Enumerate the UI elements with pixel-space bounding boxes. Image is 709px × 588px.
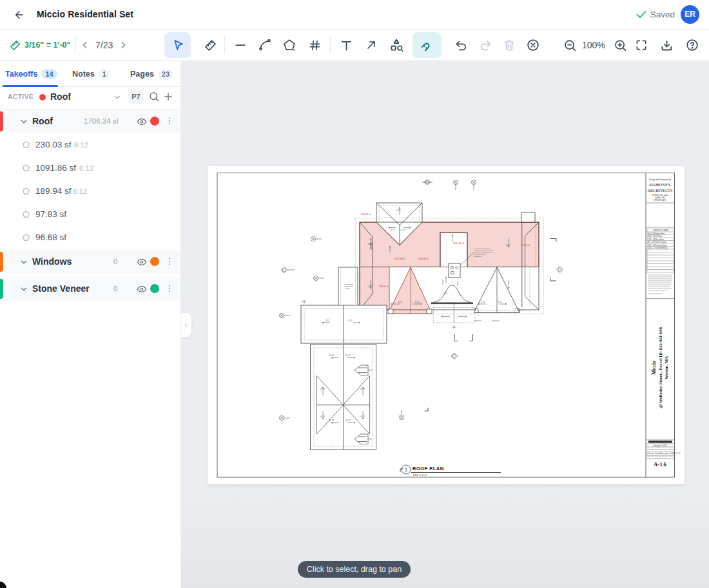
svg-text:1091.86 sf: 1091.86 sf	[418, 258, 429, 260]
svg-text:10:12: 10:12	[360, 388, 365, 390]
svg-text:6:12: 6:12	[396, 209, 400, 212]
svg-text:6:12: 6:12	[415, 301, 419, 303]
svg-text:4:12: 4:12	[348, 319, 352, 322]
svg-text:97.83 sf: 97.83 sf	[521, 244, 530, 247]
svg-text:1091.86 sf: 1091.86 sf	[453, 242, 464, 245]
svg-text:6:12: 6:12	[368, 243, 372, 245]
svg-text:January 5, 2022: January 5, 2022	[653, 444, 667, 447]
svg-text:6:12: 6:12	[481, 301, 485, 303]
svg-text:ROOF PLAN: ROOF PLAN	[413, 466, 444, 471]
svg-text:1091.86 sf: 1091.86 sf	[394, 258, 405, 260]
svg-text:6/18 - 21/21 Plans: 6/18 - 21/21 Plans	[648, 235, 663, 238]
svg-text:10:12: 10:12	[360, 415, 365, 418]
svg-text:6:12: 6:12	[498, 301, 501, 303]
svg-text:Miccio: Miccio	[651, 361, 657, 375]
svg-text:6:12: 6:12	[506, 244, 510, 247]
svg-text:10:12: 10:12	[345, 419, 351, 422]
svg-text:8:12: 8:12	[443, 292, 447, 295]
svg-text:10:12: 10:12	[320, 415, 325, 418]
svg-text:8/5 - 21 Permit set final: 8/5 - 21 Permit set final	[648, 241, 666, 243]
svg-text:PRINTS TO DATE: PRINTS TO DATE	[654, 229, 668, 232]
svg-text:10:12: 10:12	[320, 388, 325, 390]
svg-text:MAHONEY: MAHONEY	[649, 182, 671, 187]
svg-text:Design and Documents by: Design and Documents by	[649, 178, 671, 181]
svg-text:A-1.6: A-1.6	[654, 461, 666, 468]
svg-text:6:12: 6:12	[368, 285, 372, 288]
svg-text:7/13 - 21 Rev. plans: 7/13 - 21 Rev. plans	[648, 238, 664, 241]
svg-text:10:12: 10:12	[329, 354, 334, 357]
svg-text:3/16" = 1'-0": 3/16" = 1'-0"	[413, 473, 427, 477]
svg-text:9/21 - 21 Framing Plans: 9/21 - 21 Framing Plans	[648, 244, 667, 247]
svg-text:@ Wellesley Street., Parcel ID: @ Wellesley Street., Parcel ID: 032-021-…	[658, 327, 663, 408]
svg-text:6/01/21 Prelim. Plans: 6/01/21 Prelim. Plans	[648, 232, 665, 235]
svg-text:10:12: 10:12	[345, 354, 351, 357]
svg-text:6:12: 6:12	[398, 301, 402, 303]
svg-text:ARCHITECTS: ARCHITECTS	[647, 189, 672, 193]
svg-text:4:12: 4:12	[325, 319, 329, 322]
svg-text:1: 1	[405, 468, 407, 472]
svg-text:Weston, MA: Weston, MA	[664, 356, 668, 379]
svg-text:230.03 sf: 230.03 sf	[361, 213, 371, 216]
svg-text:978-287-4871: 978-287-4871	[654, 199, 666, 202]
svg-text:4:12: 4:12	[391, 229, 394, 231]
svg-text:Scale: Roof/Attic plan 3/16"=1: Scale: Roof/Attic plan 3/16"=1'-0"	[648, 452, 681, 455]
svg-text:4:12: 4:12	[401, 229, 405, 231]
svg-text:10/11 - 21 Lighting Plans: 10/11 - 21 Lighting Plans	[648, 247, 668, 249]
svg-text:189.94 sf: 189.94 sf	[379, 285, 389, 288]
svg-text:10:12: 10:12	[329, 419, 334, 422]
